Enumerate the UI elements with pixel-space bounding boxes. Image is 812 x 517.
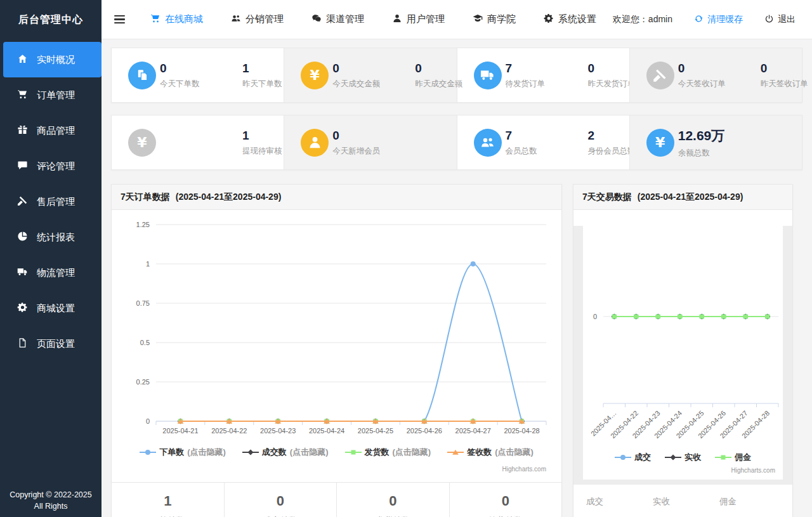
legend-item-实收[interactable]: 实收	[665, 452, 701, 463]
main-content: 0 今天下单数 1 昨天下单数 ¥ 0 今天成交金额 0 昨天成交金额 7 待发…	[102, 39, 812, 517]
logout-button[interactable]: 退出	[764, 14, 796, 25]
trade-summary: 实收 ¥0	[653, 496, 719, 517]
legend-item-成交数[interactable]: 成交数 (点击隐藏)	[242, 447, 329, 458]
legend-item-成交[interactable]: 成交	[615, 452, 651, 463]
legend-suffix: (点击隐藏)	[187, 447, 226, 458]
trades-line-chart: 02025-04…2025-04-222025-04-232025-04-242…	[583, 226, 783, 449]
comment-icon	[17, 160, 28, 173]
stat-value: 12.69万 余额总数	[678, 127, 761, 159]
stat-columns: 0 今天签收订单 0 昨天签收订单	[678, 62, 812, 89]
topnav-item-user[interactable]: 用户管理	[392, 13, 445, 25]
menu-toggle-icon[interactable]	[114, 15, 125, 23]
legend-marker-icon	[345, 448, 362, 456]
trades-chart-header: 7天交易数据(2025-04-21至2025-04-29)	[573, 185, 792, 210]
sidebar-label: 商城设置	[37, 303, 75, 315]
sidebar-item-truck[interactable]: 物流管理	[0, 255, 102, 291]
stat-card: ¥ 1 提现待审核	[112, 115, 284, 169]
orders-chart-title: 7天订单数据	[121, 192, 170, 202]
sidebar-label: 订单管理	[37, 89, 75, 101]
orders-line-chart: 00.250.50.7511.252025-04-212025-04-22202…	[112, 210, 561, 445]
topnav-item-wechat[interactable]: 渠道管理	[311, 13, 364, 25]
topnav-item-gear[interactable]: 系统设置	[544, 13, 596, 25]
trades-chart-card: 7天交易数据(2025-04-21至2025-04-29) 02025-04…2…	[573, 184, 793, 517]
sidebar-item-gavel[interactable]: 售后管理	[0, 184, 102, 219]
stat-label: 今天新增会员	[332, 146, 415, 157]
copyright-line2: All Rights	[0, 501, 102, 513]
nav-label: 商学院	[487, 13, 516, 25]
order-total: 0 成交总数	[224, 483, 337, 517]
stat-label: 今天成交金额	[332, 79, 415, 89]
clear-cache-label: 清理缓存	[707, 14, 743, 25]
legend-name: 成交	[634, 452, 651, 463]
topbar-right: 欢迎您：admin 清理缓存 退出	[613, 14, 796, 25]
legend-name: 实收	[684, 452, 701, 463]
sidebar-item-home[interactable]: 实时概况	[3, 42, 102, 77]
wechat-icon	[311, 13, 322, 25]
user-icon	[392, 13, 402, 25]
topnav-item-grad[interactable]: 商学院	[473, 13, 516, 25]
yen-icon: ¥	[301, 62, 329, 89]
truck-icon	[17, 266, 28, 279]
svg-text:0: 0	[593, 313, 597, 320]
grad-icon	[473, 13, 483, 25]
legend-marker-icon	[242, 448, 259, 456]
stat-card: ¥ 0 今天成交金额 0 昨天成交金额	[284, 48, 456, 102]
sidebar-label: 售后管理	[37, 196, 75, 208]
legend-item-签收数[interactable]: 签收数 (点击隐藏)	[447, 447, 534, 458]
svg-text:1: 1	[146, 260, 150, 268]
welcome-text: 欢迎您：admin	[613, 14, 672, 25]
legend-suffix: (点击隐藏)	[393, 447, 431, 458]
file-icon	[17, 337, 28, 350]
stat-card: 0 今天签收订单 0 昨天签收订单	[629, 48, 802, 102]
truck-icon	[474, 62, 502, 89]
gift-icon	[17, 124, 28, 137]
stat-columns: 0 今天新增会员	[332, 129, 415, 157]
svg-text:2025-04-28: 2025-04-28	[504, 427, 539, 435]
stat-card: 0 今天下单数 1 昨天下单数	[112, 48, 284, 102]
svg-text:1.25: 1.25	[136, 221, 150, 228]
legend-name: 佣金	[735, 452, 751, 463]
sidebar-item-file[interactable]: 页面设置	[0, 326, 102, 362]
legend-name: 下单数	[159, 447, 184, 458]
nav-label: 在线商城	[165, 13, 203, 25]
order-total-number: 0	[337, 493, 449, 509]
stat-row: 0 今天下单数 1 昨天下单数 ¥ 0 今天成交金额 0 昨天成交金额 7 待发…	[111, 48, 802, 103]
order-total: 0 发货总数	[336, 483, 449, 517]
stat-value: 7 待发货订单	[506, 62, 588, 89]
topnav-item-cart[interactable]: 在线商城	[150, 13, 203, 25]
stat-card: ¥ 12.69万 余额总数	[629, 115, 802, 169]
clear-cache-button[interactable]: 清理缓存	[694, 14, 743, 25]
legend-item-下单数[interactable]: 下单数 (点击隐藏)	[140, 447, 226, 458]
sidebar-item-pie[interactable]: 统计报表	[0, 219, 102, 255]
stat-number: 7	[506, 62, 588, 75]
stat-label: 余额总数	[678, 148, 761, 159]
sidebar-label: 实时概况	[37, 54, 75, 66]
legend-item-发货数[interactable]: 发货数 (点击隐藏)	[345, 447, 431, 458]
sidebar-label: 统计报表	[37, 232, 75, 244]
trade-summary-label: 实收	[653, 496, 719, 507]
legend-marker-icon	[615, 454, 631, 461]
sidebar-item-gift[interactable]: 商品管理	[0, 113, 102, 148]
svg-text:0.75: 0.75	[136, 299, 150, 307]
topnav-item-users[interactable]: 分销管理	[231, 13, 284, 25]
home-icon	[17, 53, 28, 66]
stat-number: 0	[332, 129, 415, 143]
trade-summary-label: 佣金	[719, 496, 786, 507]
refresh-icon	[694, 14, 704, 25]
gear-icon	[544, 13, 554, 25]
legend-name: 签收数	[467, 447, 492, 458]
sidebar-item-cart[interactable]: 订单管理	[0, 77, 102, 113]
stat-number: 12.69万	[678, 127, 761, 145]
sidebar-item-comment[interactable]: 评论管理	[0, 148, 102, 184]
sidebar-item-gear[interactable]: 商城设置	[0, 291, 102, 326]
legend-item-佣金[interactable]: 佣金	[715, 452, 751, 463]
trade-summary-label: 成交	[586, 496, 653, 507]
gavel-icon	[17, 195, 28, 208]
stat-label: 待发货订单	[506, 79, 588, 89]
orders-chart-header: 7天订单数据(2025-04-21至2025-04-29)	[112, 185, 561, 210]
stat-number: 0	[678, 62, 761, 75]
legend-marker-icon	[447, 448, 464, 456]
trade-summary: 成交 ¥0	[586, 496, 653, 517]
order-total: 0 签收总数	[449, 483, 562, 517]
cart-icon	[150, 13, 160, 25]
